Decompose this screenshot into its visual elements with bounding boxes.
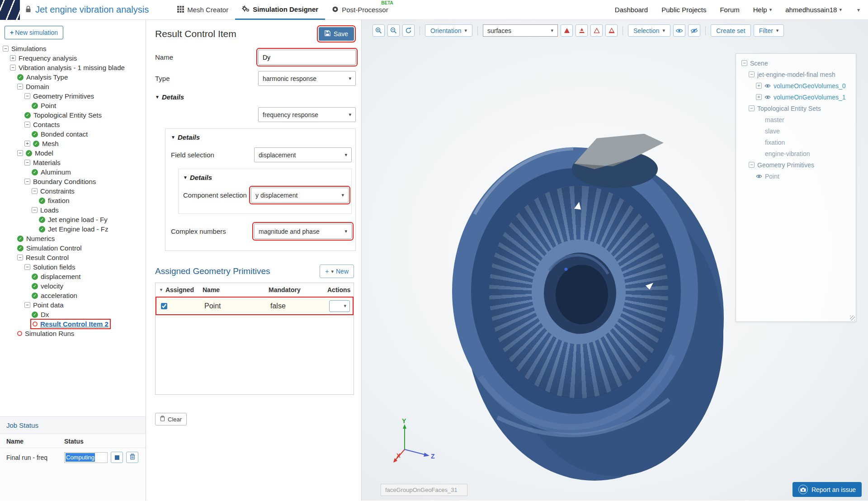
tree-item-frequency-analysis[interactable]: +Frequency analysis <box>0 53 146 63</box>
complex-numbers-select[interactable]: magnitude and phase▾ <box>254 224 352 239</box>
collapse-icon[interactable]: − <box>24 160 30 165</box>
scene-item-engine-vibration[interactable]: engine-vibration <box>736 148 856 159</box>
render-mode-select[interactable]: surfaces▾ <box>483 24 558 37</box>
details-section-header[interactable]: ▼Details <box>179 174 349 181</box>
tree-item-acceleration[interactable]: ✓acceleration <box>0 291 146 300</box>
collapse-icon[interactable]: − <box>24 122 30 128</box>
name-input[interactable] <box>258 50 356 65</box>
clip-marker-base-button[interactable] <box>605 24 618 37</box>
tree-item-jet-engine-load-fz[interactable]: ✓Jet Engine load - Fz <box>0 224 146 234</box>
collapse-icon[interactable]: − <box>24 93 30 99</box>
tree-item-velocity[interactable]: ✓velocity <box>0 281 146 291</box>
scene-item-geometry-primitives[interactable]: −Geometry Primitives <box>736 159 856 170</box>
tree-item-aluminum[interactable]: ✓Aluminum <box>0 167 146 177</box>
collapse-icon[interactable]: − <box>10 65 16 71</box>
tree-item-result-control[interactable]: −Result Control <box>0 253 146 262</box>
clip-marker-outline-button[interactable] <box>590 24 603 37</box>
tree-item-displacement[interactable]: ✓displacement <box>0 272 146 281</box>
tree-item-analysis-type[interactable]: ✓Analysis Type <box>0 72 146 82</box>
nav-public-projects[interactable]: Public Projects <box>661 6 706 14</box>
tree-item-topological-entity-sets[interactable]: ✓Topological Entity Sets <box>0 110 146 120</box>
tree-item-domain[interactable]: −Domain <box>0 82 146 91</box>
collapse-icon[interactable]: − <box>24 179 30 184</box>
clip-marker-solid-button[interactable] <box>561 24 573 37</box>
tree-item-materials[interactable]: −Materials <box>0 158 146 167</box>
scene-item-scene[interactable]: −Scene <box>736 57 856 69</box>
scene-item-volume-1[interactable]: +volumeOnGeoVolumes_1 <box>736 91 856 103</box>
scene-item-master[interactable]: master <box>736 114 856 125</box>
user-menu[interactable]: ahmedhussain18▾ <box>785 6 842 14</box>
tab-simulation-designer[interactable]: Simulation Designer <box>235 0 325 20</box>
clear-button[interactable]: Clear <box>155 413 187 425</box>
tree-item-result-control-item-2[interactable]: Result Control Item 2 <box>0 319 146 329</box>
zoom-out-button[interactable] <box>387 24 400 37</box>
expand-icon[interactable]: + <box>756 94 762 100</box>
tab-post-processor[interactable]: Post-Processor BETA <box>325 0 395 20</box>
expand-icon[interactable]: + <box>756 83 762 89</box>
tree-item-jet-engine-load-fy[interactable]: ✓Jet engine load - Fy <box>0 215 146 224</box>
collapse-icon[interactable]: − <box>3 46 9 52</box>
tree-item-fixation[interactable]: ✓fixation <box>0 196 146 205</box>
filter-dropdown[interactable]: Filter▾ <box>754 24 784 37</box>
collapse-icon[interactable]: − <box>24 264 30 270</box>
scene-item-volume-0[interactable]: +volumeOnGeoVolumes_0 <box>736 80 856 91</box>
collapse-icon[interactable]: − <box>17 255 23 260</box>
tree-item-simulations[interactable]: −Simulations <box>0 44 146 53</box>
response-type-select[interactable]: frequency response▾ <box>258 107 356 122</box>
tree-item-geometry-primitives[interactable]: −Geometry Primitives <box>0 91 146 101</box>
assigned-checkbox[interactable] <box>161 303 167 309</box>
point-primitive-marker[interactable] <box>565 268 568 271</box>
app-logo[interactable] <box>0 0 20 20</box>
new-geometry-primitive-button[interactable]: +▾New <box>320 265 354 278</box>
tree-item-boundary-conditions[interactable]: −Boundary Conditions <box>0 177 146 186</box>
scene-item-mesh[interactable]: −jet-engine-model-final mesh <box>736 69 856 80</box>
component-selection-select[interactable]: y displacement▾ <box>251 188 349 203</box>
hide-selection-button[interactable] <box>688 24 700 37</box>
row-actions-select[interactable]: ▾ <box>329 300 350 312</box>
stop-job-button[interactable] <box>111 452 123 463</box>
tree-item-model[interactable]: −✓Model <box>0 148 146 158</box>
tree-item-solution-fields[interactable]: −Solution fields <box>0 262 146 272</box>
save-button[interactable]: Save <box>319 27 354 41</box>
scene-item-fixation[interactable]: fixation <box>736 137 856 148</box>
tree-item-simulation-runs[interactable]: Simulation Runs <box>0 329 146 338</box>
collapse-icon[interactable]: − <box>741 60 747 66</box>
reset-view-button[interactable] <box>402 24 415 37</box>
scene-item-slave[interactable]: slave <box>736 125 856 137</box>
tree-item-vibration-analysis[interactable]: −Vibration analysis - 1 missing blade <box>0 63 146 72</box>
collapse-icon[interactable]: − <box>749 162 755 168</box>
orientation-dropdown[interactable]: Orientation▾ <box>425 24 472 37</box>
collapse-icon[interactable]: − <box>749 105 755 111</box>
clip-marker-banded-button[interactable] <box>576 24 588 37</box>
expand-icon[interactable]: + <box>24 141 30 147</box>
collapse-icon[interactable]: − <box>32 207 38 213</box>
tree-item-contacts[interactable]: −Contacts <box>0 120 146 129</box>
scene-item-point[interactable]: Point <box>736 170 856 182</box>
job-status-field[interactable]: Computing <box>64 452 108 463</box>
nav-help[interactable]: Help▾ <box>753 6 772 14</box>
scene-item-topological-entity-sets[interactable]: −Topological Entity Sets <box>736 103 856 114</box>
tree-item-point-data[interactable]: −Point data <box>0 300 146 310</box>
tree-item-dx[interactable]: ✓Dx <box>0 310 146 319</box>
show-selection-button[interactable] <box>673 24 685 37</box>
tab-mesh-creator[interactable]: Mesh Creator <box>170 0 235 20</box>
report-issue-button[interactable]: Report an issue <box>793 482 862 497</box>
missing-blade-gray[interactable] <box>572 134 664 188</box>
nav-forum[interactable]: Forum <box>720 6 739 14</box>
collapse-icon[interactable]: − <box>749 71 755 77</box>
expand-icon[interactable]: + <box>10 55 16 61</box>
selection-dropdown[interactable]: Selection▾ <box>628 24 670 37</box>
zoom-in-button[interactable] <box>373 24 385 37</box>
collapse-icon[interactable]: − <box>32 188 38 194</box>
create-set-button[interactable]: Create set <box>711 24 751 37</box>
tree-item-numerics[interactable]: ✓Numerics <box>0 234 146 243</box>
details-section-header[interactable]: ▼Details <box>146 93 361 101</box>
tree-item-constraints[interactable]: −Constraints <box>0 186 146 196</box>
tree-item-point[interactable]: ✓Point <box>0 101 146 110</box>
eye-icon[interactable] <box>764 82 771 90</box>
field-selection-select[interactable]: displacement▾ <box>254 147 352 162</box>
collapse-icon[interactable]: − <box>24 302 30 308</box>
delete-job-button[interactable] <box>126 452 138 463</box>
tree-item-loads[interactable]: −Loads <box>0 205 146 215</box>
tree-item-mesh[interactable]: +✓Mesh <box>0 139 146 148</box>
